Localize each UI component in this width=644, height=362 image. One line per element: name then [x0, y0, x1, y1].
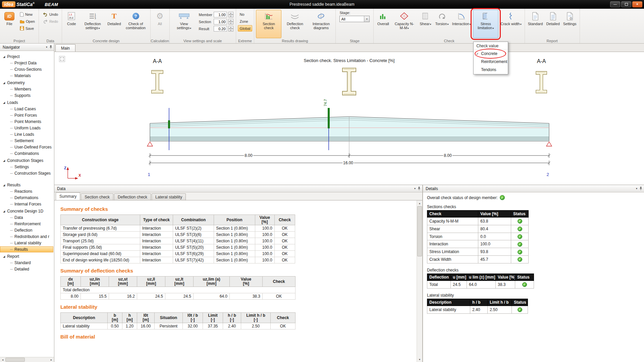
member-scale-input[interactable]: [214, 12, 227, 17]
interaction-diagrams-button[interactable]: Interaction diagrams: [308, 10, 334, 38]
nav-item-construction-stages[interactable]: Construction Stages: [0, 170, 53, 176]
section-scale-input[interactable]: [214, 19, 227, 24]
open-button[interactable]: Open: [18, 18, 37, 24]
step-down-button[interactable]: ▼: [228, 22, 233, 25]
nav-item-deformations[interactable]: Deformations: [0, 195, 53, 201]
nav-item-cross-sections[interactable]: Cross-Sections: [0, 66, 53, 72]
file-button[interactable]: ID File: [2, 10, 17, 38]
nav-item-materials[interactable]: Materials: [0, 73, 53, 79]
detailed-button[interactable]: T Detailed: [106, 10, 122, 38]
deflection-check-button[interactable]: Deflection check: [282, 10, 308, 38]
nav-item-lateral-stability[interactable]: Lateral stability: [0, 240, 53, 246]
check-crack-width-button[interactable]: Crack width▾: [499, 10, 523, 38]
step-up-button[interactable]: ▲: [228, 12, 233, 15]
redo-button[interactable]: Redo: [41, 18, 60, 24]
nav-item-user-defined-forces[interactable]: User-Defined Forces: [0, 144, 53, 150]
tab-deflection-check[interactable]: Deflection check: [114, 193, 151, 200]
new-button[interactable]: New: [18, 11, 37, 17]
scroll-track[interactable]: [5, 357, 49, 362]
step-up-button[interactable]: ▲: [228, 26, 233, 29]
check-of-combination-button[interactable]: ? Check of combination: [123, 10, 149, 38]
tab-summary[interactable]: Summary: [56, 192, 80, 200]
report-settings-button[interactable]: ⚙ Settings: [562, 10, 578, 38]
nav-section-construction-stages[interactable]: ◢Construction Stages: [0, 158, 54, 164]
nav-item-detailed[interactable]: Detailed: [0, 266, 53, 272]
nav-item-combinations[interactable]: Combinations: [0, 150, 53, 157]
scroll-down-button[interactable]: ▼: [417, 357, 422, 362]
nav-section-concrete-design-1d[interactable]: ◢Concrete Design 1D: [0, 208, 54, 214]
check-overall-button[interactable]: Overall: [375, 10, 391, 38]
maximize-button[interactable]: [621, 1, 631, 7]
scroll-left-button[interactable]: ◄: [0, 357, 5, 362]
navigator-horizontal-scrollbar[interactable]: ◄ ►: [0, 357, 54, 362]
nav-item-redistribution-and-r[interactable]: Redistribution and r: [0, 234, 53, 240]
tab-lateral-stability[interactable]: Lateral stability: [152, 193, 186, 200]
nav-item-results[interactable]: Results: [0, 246, 53, 252]
check-interaction-button[interactable]: Interaction▾: [451, 10, 472, 38]
nav-item-uniform-loads[interactable]: Uniform Loads: [0, 125, 53, 131]
extreme-zone-button[interactable]: Zone: [238, 18, 253, 24]
nav-section-report[interactable]: ◢Report: [0, 253, 54, 259]
details-pin-icon[interactable]: [639, 186, 642, 191]
data-panel-collapse-caret-icon[interactable]: ▾: [414, 187, 416, 190]
drawing-canvas[interactable]: A-A Section check. Stress Limitation - C…: [54, 52, 644, 185]
save-button[interactable]: Save: [18, 25, 37, 32]
code-button[interactable]: 1.525.8 Code: [64, 10, 79, 38]
nav-item-standard[interactable]: Standard: [0, 260, 53, 266]
nav-item-settings[interactable]: Settings: [0, 164, 53, 170]
step-down-button[interactable]: ▼: [228, 15, 233, 18]
extreme-global-button[interactable]: Global: [238, 25, 253, 32]
nav-item-point-forces[interactable]: Point Forces: [0, 112, 53, 118]
navigator-pin-icon[interactable]: [49, 45, 52, 49]
nav-item-reactions[interactable]: Reactions: [0, 188, 53, 194]
report-detailed-button[interactable]: Detailed: [545, 10, 561, 38]
step-up-button[interactable]: ▲: [228, 19, 233, 22]
result-scale-input[interactable]: [214, 26, 227, 32]
nav-item-line-loads[interactable]: Line Loads: [0, 131, 53, 137]
section-check-button[interactable]: Section check: [256, 10, 281, 38]
nav-section-loads[interactable]: ◢Loads: [0, 100, 54, 106]
nav-section-results[interactable]: ◢Results: [0, 182, 54, 188]
scroll-right-button[interactable]: ►: [49, 357, 54, 362]
check-torsion-button[interactable]: Torsion▾: [434, 10, 450, 38]
calculate-all-button[interactable]: ⚙ All: [152, 10, 168, 38]
nav-item-data[interactable]: Data: [0, 215, 53, 221]
scroll-thumb[interactable]: [417, 206, 422, 256]
extreme-no-button[interactable]: No: [238, 11, 253, 17]
nav-item-reinforcement[interactable]: Reinforcement: [0, 221, 53, 227]
tab-main[interactable]: Main: [55, 44, 75, 52]
nav-item-deflection[interactable]: Deflection: [0, 227, 53, 233]
navigator-collapse-caret-icon[interactable]: ▾: [46, 46, 47, 49]
tab-section-check[interactable]: Section check: [81, 193, 113, 200]
nav-section-geometry[interactable]: ◢Geometry: [0, 80, 54, 86]
step-down-button[interactable]: ▼: [228, 29, 233, 32]
nav-item-supports[interactable]: Supports: [0, 93, 53, 99]
expand-icon[interactable]: [59, 56, 65, 62]
scroll-up-button[interactable]: ▲: [417, 200, 422, 206]
view-settings-button[interactable]: View settings▾: [171, 10, 197, 38]
minimize-button[interactable]: —: [610, 1, 620, 7]
nav-item-load-cases[interactable]: Load Cases: [0, 106, 53, 112]
data-vertical-scrollbar[interactable]: ▲ ▼: [417, 200, 422, 362]
stage-select[interactable]: All ▾: [339, 16, 370, 22]
scroll-thumb[interactable]: [5, 358, 25, 362]
check-shear-button[interactable]: Shear▾: [418, 10, 433, 38]
nav-item-project-data[interactable]: Project Data: [0, 60, 53, 66]
menu-item-tendons[interactable]: Tendons: [474, 66, 507, 74]
details-collapse-caret-icon[interactable]: ▾: [636, 187, 637, 190]
check-stress-limitation-button[interactable]: Stress limitation▾: [473, 10, 498, 38]
nav-item-members[interactable]: Members: [0, 86, 53, 92]
deflection-settings-button[interactable]: 123 Deflection settings▾: [80, 10, 105, 38]
stage-select-dropdown-button[interactable]: ▾: [364, 16, 369, 22]
undo-button[interactable]: Undo: [41, 11, 60, 17]
data-panel-pin-icon[interactable]: [418, 186, 421, 191]
nav-section-project[interactable]: ◢Project: [0, 54, 54, 60]
nav-item-internal-forces[interactable]: Internal Forces: [0, 201, 53, 207]
menu-item-concrete[interactable]: ✓Concrete: [474, 50, 507, 58]
nav-item-point-moments[interactable]: Point Moments: [0, 119, 53, 125]
check-capacity-button[interactable]: Capacity N-M-M▾: [391, 10, 417, 38]
nav-item-settlement[interactable]: Settlement: [0, 138, 53, 144]
report-standard-button[interactable]: Standard: [527, 10, 544, 38]
menu-item-reinforcement[interactable]: Reinforcement: [474, 58, 507, 66]
close-button[interactable]: ×: [632, 1, 642, 7]
